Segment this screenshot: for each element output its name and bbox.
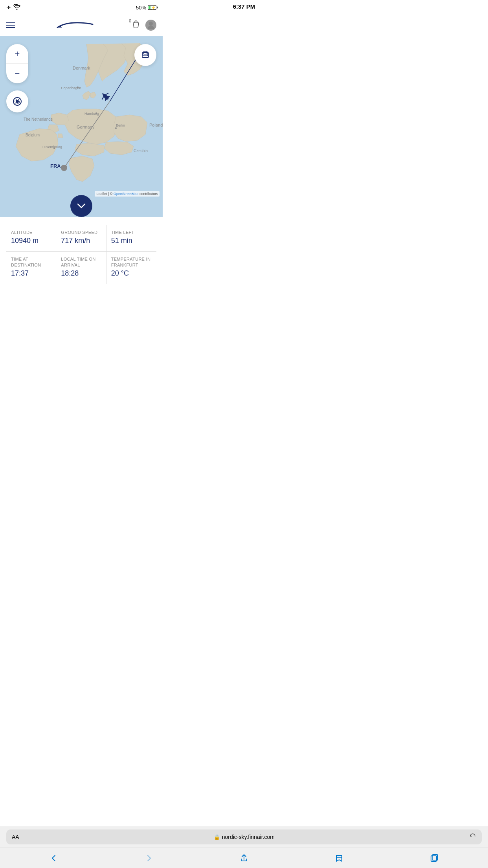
svg-text:Denmark: Denmark [73, 66, 90, 70]
map-attribution: Leaflet | © OpenStreetMap contributors [95, 191, 160, 197]
svg-point-8 [95, 112, 97, 114]
time-at-destination-value: 17:37 [11, 269, 51, 278]
local-time-arrival-cell: LOCAL TIME ON ARRIVAL 18:28 [56, 252, 106, 284]
hamburger-line-3 [6, 27, 15, 28]
hamburger-line-2 [6, 25, 15, 26]
charging-bolt: ⚡ [151, 6, 156, 10]
svg-text:FRA: FRA [50, 163, 61, 169]
user-icon [147, 21, 154, 29]
status-bar: ✈ 6:37 PM 50% ⚡ [0, 0, 163, 14]
svg-point-14 [53, 147, 55, 149]
cart-icon [131, 19, 141, 29]
user-button[interactable] [145, 20, 156, 31]
time-at-destination-label: TIME AT DESTINATION [11, 256, 51, 268]
local-time-arrival-label: LOCAL TIME ON ARRIVAL [61, 256, 101, 268]
cart-count: 0 [129, 18, 131, 23]
svg-text:Belgium: Belgium [26, 133, 40, 137]
nav-right: 0 [131, 19, 156, 31]
osm-link[interactable]: OpenStreetMap [114, 192, 139, 196]
svg-point-1 [149, 22, 153, 26]
svg-text:Poland: Poland [149, 123, 163, 127]
nav-bar: 0 [0, 14, 163, 36]
logo [50, 19, 97, 31]
flight-info: ALTITUDE 10940 m GROUND SPEED 717 km/h T… [0, 217, 163, 290]
locate-icon [12, 96, 22, 107]
finnair-logo-svg [50, 19, 97, 31]
time-left-label: TIME LEFT [111, 230, 152, 235]
svg-point-22 [16, 100, 19, 103]
battery-icon: ⚡ [148, 5, 156, 10]
altitude-value: 10940 m [11, 237, 51, 245]
local-time-arrival-value: 18:28 [61, 269, 101, 278]
time-left-value: 51 min [111, 237, 152, 245]
time-left-cell: TIME LEFT 51 min [106, 225, 156, 252]
svg-point-10 [115, 127, 117, 129]
svg-text:The Netherlands: The Netherlands [24, 117, 53, 121]
time-at-destination-cell: TIME AT DESTINATION 17:37 [6, 252, 56, 284]
zoom-control[interactable]: + − [6, 44, 28, 83]
svg-text:Berlin: Berlin [116, 123, 125, 127]
hamburger-line-1 [6, 22, 15, 23]
altitude-cell: ALTITUDE 10940 m [6, 225, 56, 252]
status-right: 50% ⚡ [136, 5, 156, 11]
airplane-mode-icon: ✈ [6, 4, 11, 11]
svg-text:Luxembourg: Luxembourg [42, 145, 62, 149]
locate-button[interactable] [6, 90, 28, 112]
battery-percent: 50% [136, 5, 146, 11]
collapse-button[interactable] [70, 195, 92, 217]
layers-icon [140, 50, 151, 61]
zoom-in-button[interactable]: + [6, 44, 28, 64]
chevron-down-icon [77, 203, 86, 209]
temperature-cell: TEMPERATURE IN FRANKFURT 20 °C [106, 252, 156, 284]
wifi-icon [13, 4, 20, 11]
altitude-label: ALTITUDE [11, 230, 51, 235]
map-section[interactable]: Denmark Copenhagen Germany Hamburg Berli… [0, 36, 163, 217]
svg-point-5 [77, 86, 79, 88]
attribution-text: Leaflet | © OpenStreetMap contributors [96, 192, 158, 196]
temperature-value: 20 °C [111, 269, 152, 278]
ground-speed-label: GROUND SPEED [61, 230, 101, 235]
menu-button[interactable] [6, 22, 15, 28]
svg-point-0 [136, 20, 136, 21]
ground-speed-value: 717 km/h [61, 237, 101, 245]
svg-text:Czechia: Czechia [134, 149, 148, 153]
temperature-label: TEMPERATURE IN FRANKFURT [111, 256, 152, 268]
layers-button[interactable] [134, 44, 156, 66]
info-grid: ALTITUDE 10940 m GROUND SPEED 717 km/h T… [6, 225, 156, 284]
status-left: ✈ [6, 4, 20, 11]
cart-button[interactable]: 0 [131, 19, 141, 31]
ground-speed-cell: GROUND SPEED 717 km/h [56, 225, 106, 252]
